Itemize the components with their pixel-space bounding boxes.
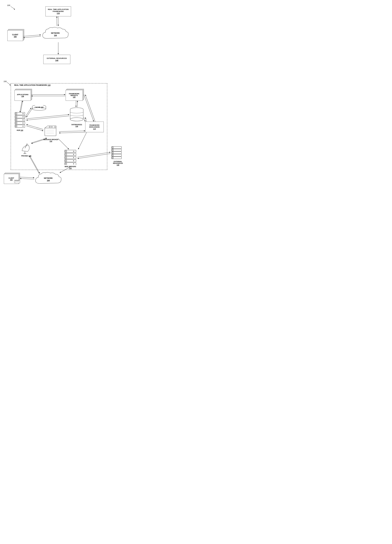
main-container: 100 REAL TIME APPLICATION FRAMEWORK 110 … bbox=[0, 0, 128, 193]
svg-rect-58 bbox=[65, 157, 67, 159]
network-bottom-label: NETWORK 104 bbox=[34, 177, 63, 182]
svg-line-102 bbox=[20, 178, 34, 179]
svg-marker-40 bbox=[55, 126, 56, 128]
proxies-dish: PROXIES 126 bbox=[21, 143, 32, 157]
network-label: NETWORK 104 bbox=[41, 32, 70, 37]
web-servers-rack: WEB SERVERS112 bbox=[64, 149, 77, 169]
framework-box: REAL TIME APPLICATION FRAMEWORK 110 bbox=[46, 6, 71, 16]
external-resources-box-top: EXTERNAL RESOURCES 140 bbox=[43, 55, 70, 64]
svg-rect-73 bbox=[112, 154, 113, 156]
svg-rect-31 bbox=[15, 125, 17, 127]
svg-point-22 bbox=[23, 116, 23, 117]
svg-point-62 bbox=[73, 160, 74, 161]
svg-point-59 bbox=[73, 157, 74, 158]
svg-marker-1 bbox=[14, 9, 15, 10]
svg-point-29 bbox=[23, 123, 23, 124]
database-icon: DATABASE(S)118 bbox=[70, 107, 84, 127]
svg-marker-10 bbox=[10, 84, 11, 86]
top-ref-label: 100 bbox=[7, 4, 10, 6]
svg-rect-28 bbox=[15, 122, 17, 124]
svg-point-37 bbox=[70, 118, 83, 121]
svg-rect-55 bbox=[65, 154, 67, 155]
svg-rect-61 bbox=[65, 160, 67, 162]
svg-point-42 bbox=[51, 126, 52, 127]
svg-point-23 bbox=[24, 117, 24, 117]
svg-point-19 bbox=[24, 113, 24, 114]
framework-dashed-label: REAL TIME APPLICATION FRAMEWORK 110 bbox=[14, 84, 51, 86]
svg-point-47 bbox=[26, 144, 28, 145]
svg-rect-64 bbox=[65, 163, 67, 165]
network-cloud-bottom: NETWORK 104 bbox=[34, 171, 63, 187]
svg-point-41 bbox=[49, 126, 51, 128]
svg-point-52 bbox=[73, 151, 74, 152]
svg-point-26 bbox=[23, 119, 23, 120]
svg-point-18 bbox=[23, 113, 23, 114]
svg-line-103 bbox=[20, 177, 34, 178]
svg-line-6 bbox=[23, 35, 41, 36]
svg-rect-51 bbox=[65, 150, 67, 152]
svg-rect-67 bbox=[112, 147, 113, 148]
bottom-ref-label: 150 bbox=[4, 80, 7, 83]
cache-icon: CACHE 122 bbox=[32, 105, 46, 111]
svg-point-32 bbox=[23, 126, 23, 127]
network-cloud: NETWORK 104 bbox=[41, 26, 70, 42]
bottom-diagram: 150 REAL TIME APPLICATION FRAMEWORK 110 … bbox=[3, 80, 125, 191]
top-diagram: 100 REAL TIME APPLICATION FRAMEWORK 110 … bbox=[3, 3, 125, 77]
svg-line-7 bbox=[23, 36, 41, 38]
svg-rect-21 bbox=[15, 116, 17, 118]
svg-rect-75 bbox=[112, 157, 113, 159]
svg-line-0 bbox=[11, 6, 15, 9]
svg-point-65 bbox=[73, 163, 74, 164]
hub-server: HUB 124 bbox=[14, 112, 26, 131]
svg-point-56 bbox=[73, 154, 74, 155]
external-resources-bottom: EXTERNAL RESOURCES140 bbox=[111, 146, 125, 166]
svg-point-53 bbox=[75, 151, 75, 152]
svg-line-9 bbox=[7, 82, 11, 85]
svg-rect-71 bbox=[112, 152, 113, 154]
svg-rect-69 bbox=[112, 149, 113, 151]
svg-rect-25 bbox=[15, 119, 17, 121]
framework-middleware-box: FRAMEWORKMIDDLEWARE 114 bbox=[85, 122, 104, 132]
message-broker-icon: MESSAGE BROKER116 bbox=[43, 125, 58, 142]
svg-rect-17 bbox=[15, 113, 17, 114]
